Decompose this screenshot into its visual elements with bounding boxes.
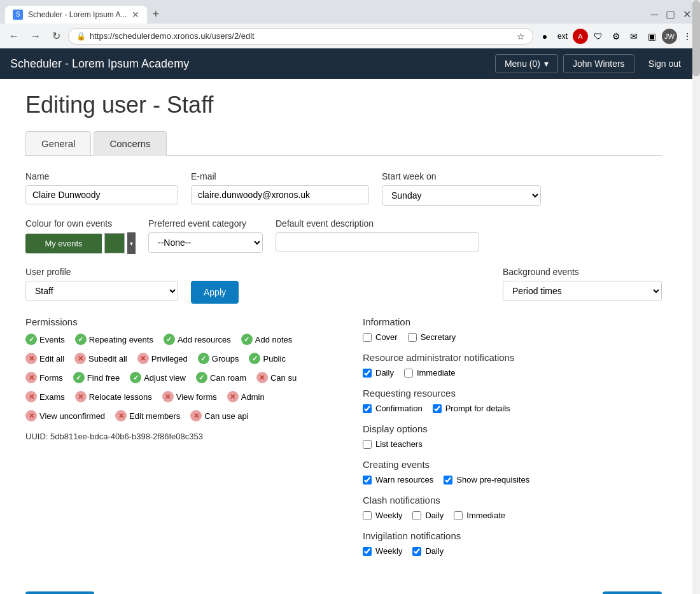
- perm-public: ✓ Public: [249, 353, 285, 364]
- list-teachers-checkbox[interactable]: [363, 440, 372, 449]
- reload-button[interactable]: ↻: [48, 27, 64, 45]
- start-week-select[interactable]: Sunday Monday: [382, 185, 541, 206]
- ext1-icon[interactable]: ext: [555, 29, 570, 44]
- color-dropdown-button[interactable]: ▾: [127, 232, 136, 254]
- perm-can-use-api: ✕ Can use api: [190, 410, 248, 421]
- confirmation-item[interactable]: Confirmation: [363, 404, 423, 413]
- email-input[interactable]: [191, 185, 369, 204]
- resource-immediate-item[interactable]: Immediate: [404, 368, 456, 378]
- perm-add-resources-label: Add resources: [178, 335, 231, 344]
- perm-edit-members-icon: ✕: [115, 410, 127, 421]
- tab-general[interactable]: General: [25, 131, 91, 155]
- email-label: E-mail: [191, 171, 369, 181]
- user-name-button[interactable]: John Winters: [563, 54, 634, 73]
- perm-find-free-label: Find free: [87, 373, 120, 383]
- prompt-details-item[interactable]: Prompt for details: [433, 404, 510, 413]
- resource-daily-checkbox[interactable]: [363, 369, 372, 378]
- default-desc-label: Default event description: [276, 218, 479, 229]
- permissions-grid: ✓ Events ✓ Repeating events ✓ Add resour…: [25, 334, 325, 427]
- clash-daily-item[interactable]: Daily: [412, 511, 444, 520]
- warn-resources-label: Warn resources: [375, 475, 433, 484]
- back-nav-button[interactable]: ←: [5, 28, 23, 45]
- perm-groups-label: Groups: [212, 354, 239, 364]
- ext2-icon[interactable]: A: [573, 29, 588, 44]
- cover-checkbox-item[interactable]: Cover: [363, 332, 398, 342]
- app-title: Scheduler - Lorem Ipsum Academy: [10, 57, 495, 71]
- forward-nav-button[interactable]: →: [27, 28, 45, 45]
- resource-immediate-checkbox[interactable]: [404, 369, 413, 378]
- ext3-icon[interactable]: 🛡: [591, 29, 606, 44]
- resource-admin-checkboxes: Daily Immediate: [363, 368, 662, 378]
- address-bar[interactable]: 🔒 https://schedulerdemo.xronos.uk/users/…: [68, 28, 533, 45]
- clash-daily-checkbox[interactable]: [412, 511, 421, 520]
- user-avatar[interactable]: JW: [662, 29, 677, 44]
- update-button[interactable]: Update: [603, 591, 662, 594]
- perm-exams-icon: ✕: [25, 391, 37, 402]
- secretary-checkbox-item[interactable]: Secretary: [408, 332, 456, 342]
- url-text: https://schedulerdemo.xronos.uk/users/2/…: [90, 31, 513, 41]
- perm-repeating: ✓ Repeating events: [75, 334, 153, 345]
- tab-concerns[interactable]: Concerns: [94, 131, 166, 156]
- background-events-select[interactable]: Period times None: [503, 281, 662, 301]
- profile-icon[interactable]: ●: [537, 29, 552, 44]
- minimize-button[interactable]: ─: [647, 6, 662, 23]
- resource-immediate-label: Immediate: [417, 368, 456, 378]
- form-row-2: Colour for own events My events ▾ Prefer…: [25, 218, 662, 254]
- back-to-list-button[interactable]: Back to list: [25, 591, 94, 594]
- scrollbar-thumb[interactable]: [692, 0, 700, 76]
- star-icon[interactable]: ☆: [517, 31, 525, 41]
- perm-view-unconfirmed: ✕ View unconfirmed: [25, 410, 105, 421]
- perm-add-notes-label: Add notes: [255, 335, 293, 344]
- prompt-details-checkbox[interactable]: [433, 404, 442, 413]
- confirmation-checkbox[interactable]: [363, 404, 372, 413]
- warn-resources-item[interactable]: Warn resources: [363, 475, 433, 484]
- show-prereqs-item[interactable]: Show pre-requisites: [444, 475, 529, 484]
- perm-privileged: ✕ Privileged: [137, 353, 188, 364]
- perm-relocate: ✕ Relocate lessons: [75, 391, 152, 402]
- secretary-checkbox[interactable]: [408, 333, 417, 342]
- tab-title: Scheduler - Lorem Ipsum A...: [28, 10, 127, 19]
- invig-weekly-checkbox[interactable]: [363, 547, 372, 556]
- perm-admin: ✕ Admin: [227, 391, 265, 402]
- clash-weekly-item[interactable]: Weekly: [363, 511, 402, 520]
- ext6-icon[interactable]: ▣: [644, 29, 659, 44]
- menu-button[interactable]: Menu (0) ▾: [495, 54, 558, 73]
- perm-can-su-icon: ✕: [256, 372, 268, 383]
- preferred-category-select[interactable]: --None--: [148, 232, 263, 253]
- name-label: Name: [25, 171, 178, 181]
- color-swatch[interactable]: [104, 233, 125, 253]
- warn-resources-checkbox[interactable]: [363, 476, 372, 484]
- restore-button[interactable]: ▢: [662, 6, 679, 23]
- resource-daily-item[interactable]: Daily: [363, 368, 394, 378]
- invigilation-section: Invigilation notifications Weekly Daily: [363, 530, 662, 556]
- scrollbar[interactable]: [692, 0, 700, 594]
- perm-can-roam-label: Can roam: [210, 373, 246, 383]
- signout-button[interactable]: Sign out: [640, 55, 690, 73]
- ext5-icon[interactable]: ✉: [626, 29, 641, 44]
- perm-admin-icon: ✕: [227, 391, 239, 402]
- left-column: Permissions ✓ Events ✓ Repeating events …: [25, 316, 325, 566]
- preferred-category-group: Preferred event category --None--: [148, 218, 263, 253]
- invig-weekly-item[interactable]: Weekly: [363, 546, 402, 556]
- default-desc-input[interactable]: [276, 232, 479, 251]
- ext4-icon[interactable]: ⚙: [608, 29, 624, 44]
- color-button[interactable]: My events: [25, 234, 102, 253]
- browser-tab[interactable]: S Scheduler - Lorem Ipsum A... ✕: [5, 6, 147, 24]
- cover-checkbox[interactable]: [363, 333, 372, 342]
- new-tab-button[interactable]: +: [147, 5, 164, 24]
- perm-edit-all-label: Edit all: [39, 354, 64, 364]
- show-prereqs-checkbox[interactable]: [444, 476, 452, 484]
- tabs: General Concerns: [25, 131, 662, 156]
- apply-button[interactable]: Apply: [191, 281, 239, 304]
- clash-immediate-checkbox[interactable]: [454, 511, 463, 520]
- invig-daily-item[interactable]: Daily: [412, 546, 444, 556]
- list-teachers-item[interactable]: List teachers: [363, 439, 423, 449]
- user-profile-select[interactable]: Staff Admin: [25, 281, 178, 301]
- perm-view-forms-icon: ✕: [162, 391, 174, 402]
- clash-immediate-item[interactable]: Immediate: [454, 511, 505, 520]
- tab-close-icon[interactable]: ✕: [132, 10, 139, 20]
- name-input[interactable]: [25, 185, 178, 204]
- invig-daily-checkbox[interactable]: [412, 547, 421, 556]
- name-group: Name: [25, 171, 178, 204]
- clash-weekly-checkbox[interactable]: [363, 511, 372, 520]
